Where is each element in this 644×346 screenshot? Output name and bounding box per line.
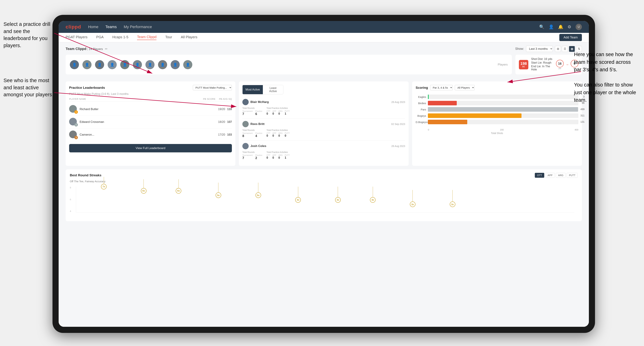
activity-player-2: Rees Britt 02 Sep 2023 Total Rounds Tour… <box>242 119 405 141</box>
view-full-leaderboard-button[interactable]: View Full Leaderboard <box>69 144 232 152</box>
streak-dot-5: 5x <box>256 183 261 198</box>
pc-stats-2: Total Rounds Tournament 8 Practice 4 <box>242 129 405 138</box>
player-avatar-8[interactable]: 👤 <box>158 60 167 69</box>
bar-row-birdies: Birdies 96 <box>416 101 578 105</box>
player-avatar-1[interactable]: 👤 <box>70 60 79 69</box>
player-avatar-10[interactable]: 👤 <box>183 60 192 69</box>
best-round-streaks-panel: Best Round Streaks OTT APP ARG PUTT Off … <box>66 169 582 221</box>
arrow-icon: → <box>566 63 569 67</box>
annotation-right: Here you can see how the team have score… <box>574 51 639 104</box>
activity-player-3: Josh Coles 26 Aug 2023 Total Rounds Tour… <box>242 141 405 162</box>
player-avatar-3[interactable]: 👤 <box>95 60 104 69</box>
bar-track-birdies: 96 <box>428 101 578 105</box>
streak-chart: 7x 6x 6x 5x <box>76 186 574 212</box>
content-row1: 👤 👤 👤 👤 👤 👤 👤 👤 👤 👤 Players 198 <box>66 55 582 78</box>
view-list-icon[interactable]: ☰ <box>562 46 568 52</box>
view-grid-icon[interactable]: ⊞ <box>555 46 561 52</box>
activity-panel: Most Active Least Active Blair McHarg 26… <box>239 81 408 166</box>
filter-putt[interactable]: PUTT <box>567 173 578 178</box>
activity-panel-header: Most Active Least Active <box>242 85 405 94</box>
sub-navigation: PGAT Players PGA Hcaps 1-5 Team Clippd T… <box>58 33 589 42</box>
streak-dot-1: 7x <box>101 177 106 189</box>
subnav-tour[interactable]: Tour <box>165 35 172 40</box>
bar-row-dbogeys: D.Bogeys+ 131 <box>416 120 578 124</box>
bar-fill-birdies <box>428 101 457 105</box>
tablet-shell: clippd Home Teams My Performance 🔍 👤 🔔 ⚙… <box>52 15 595 333</box>
filter-app[interactable]: APP <box>545 173 555 178</box>
player-avatar-4[interactable]: 👤 <box>108 60 117 69</box>
player-avatar-2[interactable]: 👤 <box>82 60 92 69</box>
rank-badge-1: 1 <box>74 110 78 114</box>
subnav-hcaps[interactable]: Hcaps 1-5 <box>112 35 128 40</box>
search-icon[interactable]: 🔍 <box>539 24 544 29</box>
leaderboard-filter[interactable]: PUTT Must Make Putting... <box>193 85 232 90</box>
scoring-title: Scoring <box>416 86 428 90</box>
leaderboard-row-1: 1 Richard Butler 19/20 110 <box>69 103 232 116</box>
settings-icon[interactable]: ⚙ <box>568 24 572 29</box>
streak-dot-6: 4x <box>295 187 301 203</box>
pc-avatar-3 <box>242 143 249 149</box>
edit-icon[interactable]: ✏ <box>105 47 108 51</box>
pc-avatar-2 <box>242 121 249 127</box>
nav-links: Home Teams My Performance <box>88 25 532 29</box>
y-axis: 8 6 4 <box>70 186 75 212</box>
streaks-title: Best Round Streaks <box>70 173 102 177</box>
bar-row-eagles: Eagles 3 <box>416 95 578 99</box>
subnav-team-clippd[interactable]: Team Clippd <box>137 35 156 40</box>
player-avatar-5[interactable]: 👤 <box>120 60 129 69</box>
least-active-button[interactable]: Least Active <box>263 85 283 94</box>
users-icon[interactable]: 👤 <box>548 24 554 29</box>
leaderboard-panel-header: Practice Leaderboards PUTT Must Make Put… <box>69 85 232 90</box>
scoring-filter-players[interactable]: All Players <box>455 85 474 90</box>
shot-card: 198 SC Shot Dist: 16 yds Start Lie: Roug… <box>516 55 582 74</box>
filter-arg[interactable]: ARG <box>556 173 566 178</box>
pc-avatar-1 <box>242 99 249 105</box>
filter-ott[interactable]: OTT <box>535 173 544 178</box>
team-title: Team Clippd | 14 Players ✏ <box>66 47 108 51</box>
most-active-button[interactable]: Most Active <box>242 85 263 94</box>
show-select[interactable]: Last 3 months Last 6 months Last year <box>526 46 553 52</box>
chart-xaxis: 0 200 400 <box>416 128 578 131</box>
bar-track-dbogeys: 131 <box>428 120 578 124</box>
main-content: Team Clippd | 14 Players ✏ Show: Last 3 … <box>58 42 589 327</box>
scoring-panel: Scoring Par 3, 4 & 5s All Players Eagles <box>412 81 582 166</box>
nav-home[interactable]: Home <box>88 25 98 29</box>
bar-fill-dbogeys <box>428 120 467 124</box>
player-avatar-7[interactable]: 👤 <box>146 60 154 69</box>
bar-row-bogeys: Bogeys 311 <box>416 113 578 118</box>
nav-teams[interactable]: Teams <box>105 25 117 29</box>
streak-dot-8: 4x <box>370 187 376 203</box>
subnav-pgat[interactable]: PGAT Players <box>66 35 88 40</box>
pc-header-2: Rees Britt 02 Sep 2023 <box>242 121 405 127</box>
scoring-filter-par[interactable]: Par 3, 4 & 5s <box>430 85 453 90</box>
user-avatar[interactable]: U <box>576 24 582 30</box>
rank-badge-2: 2 <box>74 123 78 127</box>
shot-info: Shot Dist: 16 yds Start Lie: Rough End L… <box>531 57 553 72</box>
streak-dot-10: 3x <box>450 190 455 207</box>
top-navigation: clippd Home Teams My Performance 🔍 👤 🔔 ⚙… <box>58 21 589 33</box>
player-avatar-6[interactable]: 👤 <box>133 60 142 69</box>
subnav-pga[interactable]: PGA <box>96 35 104 40</box>
players-label: Players <box>498 63 508 66</box>
top-panels: Practice Leaderboards PUTT Must Make Put… <box>66 81 582 166</box>
streak-dot-3: 6x <box>176 179 181 194</box>
streak-dot-9: 3x <box>410 190 416 207</box>
leaderboard-subtitle: PUTT Must Make Putting (3-6 ft), Last 3 … <box>69 92 232 96</box>
total-shots-label: Total Shots <box>416 132 578 135</box>
players-row: 👤 👤 👤 👤 👤 👤 👤 👤 👤 👤 Players <box>66 55 512 74</box>
yds-box-1: 16 <box>556 60 564 67</box>
nav-my-performance[interactable]: My Performance <box>124 25 152 29</box>
leaderboard-row-2: 2 Edward Crossman 18/20 107 <box>69 116 232 128</box>
streaks-header: Best Round Streaks OTT APP ARG PUTT <box>70 173 578 178</box>
bell-icon[interactable]: 🔔 <box>558 24 563 29</box>
streak-dot-7: 4x <box>335 187 341 203</box>
pc-stats-3: Total Rounds Tournament 7 Practice 2 <box>242 151 405 160</box>
bar-fill-eagles <box>428 95 429 99</box>
streak-dot-2: 6x <box>141 179 146 194</box>
annotation-bottom-left: See who is the most and least active amo… <box>4 77 54 98</box>
bar-chart: Eagles 3 Birdies 96 <box>416 93 578 127</box>
player-avatar-9[interactable]: 👤 <box>170 60 180 69</box>
add-team-button[interactable]: Add Team <box>559 34 582 41</box>
show-filter: Show: Last 3 months Last 6 months Last y… <box>515 46 582 52</box>
subnav-all-players[interactable]: All Players <box>181 35 197 40</box>
